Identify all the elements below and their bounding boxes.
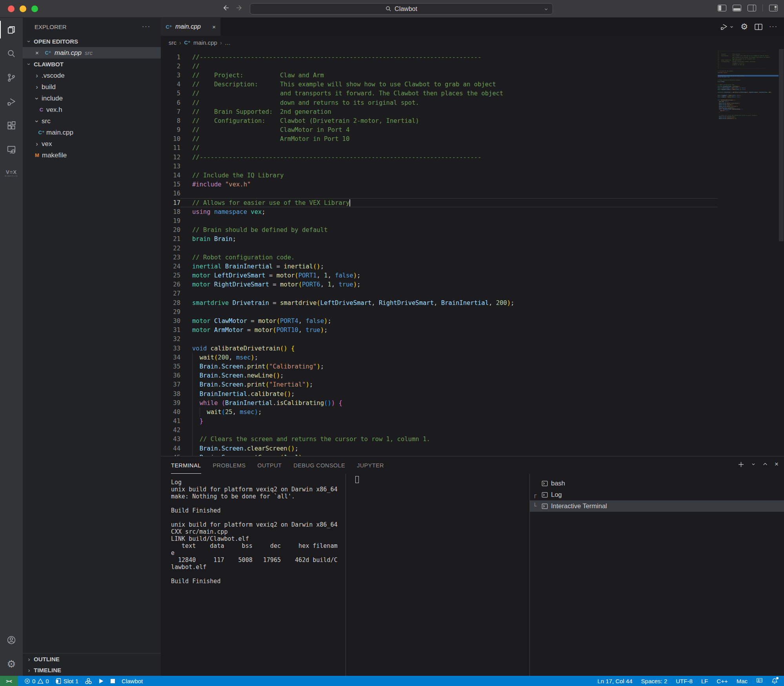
command-center-search[interactable]: Clawbot <box>250 3 553 15</box>
breadcrumb-symbol[interactable]: … <box>225 39 231 46</box>
indentation-status[interactable]: Spaces: 2 <box>641 678 668 684</box>
code-line-1[interactable]: 1//-------------------------------------… <box>161 53 718 62</box>
feedback-icon[interactable] <box>756 678 763 684</box>
activity-account-icon[interactable] <box>0 628 23 652</box>
code-line-5[interactable]: 5// and transports it forward. The Clawb… <box>161 89 718 98</box>
code-line-9[interactable]: 9// ClawMotor in Port 4 <box>161 126 718 135</box>
panel-tab-terminal[interactable]: TERMINAL <box>171 456 201 474</box>
panel-tab-jupyter[interactable]: JUPYTER <box>357 456 384 474</box>
code-line-16[interactable]: 16 <box>161 189 718 198</box>
code-line-39[interactable]: 39 while (BrainInertial.isCalibrating())… <box>161 398 718 407</box>
maximize-panel-icon[interactable] <box>762 462 768 467</box>
code-editor[interactable]: 1//-------------------------------------… <box>161 49 784 456</box>
project-header-clawbot[interactable]: › CLAWBOT <box>23 58 161 70</box>
code-line-29[interactable]: 29 <box>161 307 718 316</box>
code-line-33[interactable]: 33void calibrateDrivetrain() { <box>161 344 718 353</box>
tab-main-cpp[interactable]: C⁺ main.cpp × <box>161 18 220 36</box>
code-line-20[interactable]: 20// Brain should be defined by default <box>161 226 718 235</box>
code-line-21[interactable]: 21brain Brain; <box>161 235 718 244</box>
code-line-41[interactable]: 41 } <box>161 417 718 426</box>
stop-program-icon[interactable] <box>110 679 115 684</box>
code-line-26[interactable]: 26motor RightDriveSmart = motor(PORT6, 1… <box>161 280 718 289</box>
code-line-19[interactable]: 19 <box>161 216 718 225</box>
close-tab-icon[interactable]: × <box>212 24 216 30</box>
open-editor-main-cpp[interactable]: × C⁺ main.cpp src <box>23 47 161 58</box>
interactive-terminal-pane[interactable] <box>346 474 530 676</box>
panel-tab-debug-console[interactable]: DEBUG CONSOLE <box>293 456 345 474</box>
code-line-36[interactable]: 36 Brain.Screen.newLine(); <box>161 371 718 380</box>
code-line-30[interactable]: 30motor ClawMotor = motor(PORT4, false); <box>161 316 718 325</box>
activity-search-icon[interactable] <box>0 42 23 66</box>
code-line-11[interactable]: 11// <box>161 144 718 153</box>
tree-file-makefile[interactable]: Mmakefile <box>23 150 161 161</box>
code-line-45[interactable]: 45 Brain.Screen.setCursor(1, 1); <box>161 453 718 456</box>
terminal-list-item-bash[interactable]: bash <box>530 478 784 489</box>
tree-file-vex-h[interactable]: Cvex.h <box>23 104 161 115</box>
activity-run-debug-icon[interactable] <box>0 89 23 113</box>
toggle-primary-sidebar-icon[interactable] <box>718 5 726 11</box>
code-line-8[interactable]: 8// Configuration: Clawbot (Drivetrain 2… <box>161 116 718 125</box>
language-mode-status[interactable]: C++ <box>717 678 728 684</box>
back-icon[interactable] <box>222 4 230 12</box>
code-line-38[interactable]: 38 BrainInertial.calibrate(); <box>161 389 718 398</box>
activity-vex-icon[interactable]: V=XROBOTICS <box>0 161 23 185</box>
close-icon[interactable]: × <box>35 49 42 56</box>
activity-extensions-icon[interactable] <box>0 113 23 137</box>
code-line-15[interactable]: 15#include "vex.h" <box>161 180 718 189</box>
code-line-18[interactable]: 18using namespace vex; <box>161 207 718 216</box>
terminal-output[interactable]: Logunix build for platform vexiq2 on Dar… <box>161 474 346 676</box>
breadcrumb[interactable]: src › C⁺ main.cpp › … <box>161 36 784 49</box>
code-line-40[interactable]: 40 wait(25, msec); <box>161 407 718 416</box>
code-line-34[interactable]: 34 wait(200, msec); <box>161 353 718 362</box>
eol-status[interactable]: LF <box>701 678 708 684</box>
timeline-header[interactable]: › TIMELINE <box>23 664 161 676</box>
terminal-dropdown-icon[interactable] <box>751 462 756 467</box>
notifications-bell-icon[interactable] <box>771 678 778 684</box>
activity-source-control-icon[interactable] <box>0 66 23 89</box>
terminal-list-item-interactive-terminal[interactable]: └Interactive Terminal <box>530 500 784 512</box>
close-panel-icon[interactable]: × <box>775 460 779 468</box>
code-line-7[interactable]: 7// Brain Supported: 2nd generation <box>161 107 718 116</box>
activity-remote-explorer-icon[interactable] <box>0 137 23 161</box>
code-line-31[interactable]: 31motor ArmMotor = motor(PORT10, true); <box>161 326 718 335</box>
tree-folder-build[interactable]: ›build <box>23 81 161 93</box>
split-editor-icon[interactable] <box>755 24 762 30</box>
tree-folder-src[interactable]: ›src <box>23 115 161 127</box>
project-name-status[interactable]: Clawbot <box>122 678 143 684</box>
code-line-27[interactable]: 27 <box>161 289 718 298</box>
toggle-panel-icon[interactable] <box>733 5 741 11</box>
slot-selector[interactable]: Slot 1 <box>55 678 78 684</box>
terminal-list-item-log[interactable]: ┌Log <box>530 489 784 500</box>
breadcrumb-file[interactable]: main.cpp <box>193 39 217 46</box>
code-line-23[interactable]: 23// Robot configuration code. <box>161 253 718 262</box>
panel-tab-output[interactable]: OUTPUT <box>257 456 282 474</box>
forward-icon[interactable] <box>235 4 243 12</box>
activity-settings-icon[interactable]: ⚙ <box>0 652 23 676</box>
new-terminal-icon[interactable] <box>738 461 744 468</box>
code-line-35[interactable]: 35 Brain.Screen.print("Calibrating"); <box>161 362 718 371</box>
panel-tab-problems[interactable]: PROBLEMS <box>213 456 246 474</box>
minimap[interactable]: //--------------------------------------… <box>718 51 779 120</box>
code-line-17[interactable]: 17// Allows for easier use of the VEX Li… <box>161 198 718 207</box>
code-line-28[interactable]: 28smartdrive Drivetrain = smartdrive(Lef… <box>161 298 718 307</box>
code-line-37[interactable]: 37 Brain.Screen.print("Inertial"); <box>161 380 718 389</box>
toggle-secondary-sidebar-icon[interactable] <box>748 5 756 11</box>
activity-explorer-icon[interactable] <box>0 18 23 42</box>
tree-folder-include[interactable]: ›include <box>23 93 161 104</box>
remote-indicator[interactable]: >< <box>0 676 18 686</box>
code-line-4[interactable]: 4// Description: This example will show … <box>161 80 718 89</box>
code-line-3[interactable]: 3// Project: Claw and Arm <box>161 71 718 80</box>
download-brain-icon[interactable] <box>85 678 92 684</box>
code-line-22[interactable]: 22 <box>161 244 718 253</box>
editor-scrollbar[interactable] <box>779 49 784 456</box>
code-line-13[interactable]: 13 <box>161 162 718 171</box>
settings-gear-icon[interactable]: ⚙ <box>740 22 748 31</box>
more-actions-icon[interactable]: ··· <box>769 23 778 30</box>
code-line-25[interactable]: 25motor LeftDriveSmart = motor(PORT1, 1,… <box>161 271 718 280</box>
code-line-24[interactable]: 24inertial BrainInertial = inertial(); <box>161 262 718 271</box>
platform-status[interactable]: Mac <box>737 678 748 684</box>
code-line-6[interactable]: 6// down and returns to its original spo… <box>161 98 718 107</box>
encoding-status[interactable]: UTF-8 <box>676 678 693 684</box>
zoom-window-button[interactable] <box>31 5 38 12</box>
code-line-2[interactable]: 2// <box>161 62 718 71</box>
